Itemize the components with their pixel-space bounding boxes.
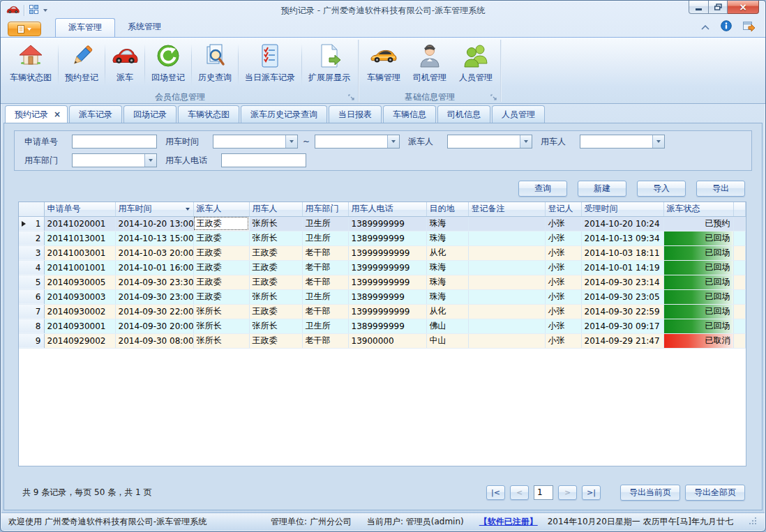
grid-cell[interactable]: 老干部 — [302, 333, 348, 348]
table-row[interactable]: 8201409300012014-09-30 20:00张所长张所长卫生所138… — [19, 319, 746, 333]
quick-access-toolbar-icon[interactable] — [29, 4, 39, 17]
grid-cell[interactable] — [468, 304, 545, 319]
grid-cell[interactable]: 小张 — [545, 216, 581, 231]
export-button[interactable]: 导出 — [696, 181, 745, 197]
grid-cell[interactable]: 张所长 — [249, 319, 302, 333]
export-current-page-button[interactable]: 导出当前页 — [620, 485, 680, 501]
dialog-launcher-icon[interactable] — [348, 93, 354, 102]
grid-cell[interactable]: 王政委 — [193, 245, 249, 260]
table-row[interactable]: 3201410030012014-10-03 20:00王政委王政委老干部139… — [19, 245, 746, 260]
doc-tab-daily-report[interactable]: 当日报表 — [329, 105, 382, 123]
grid-cell[interactable]: 1389999999 — [348, 216, 426, 231]
grid-cell[interactable]: 珠海 — [426, 260, 468, 275]
grid-cell[interactable]: 2014-10-13 09:34 — [581, 231, 663, 245]
grid-cell[interactable]: 20140930002 — [44, 304, 115, 319]
first-page-button[interactable]: |< — [486, 485, 505, 500]
last-page-button[interactable]: >| — [582, 485, 601, 500]
grid-cell[interactable]: 王政委 — [193, 216, 249, 231]
doc-tab-driver-info[interactable]: 司机信息 — [437, 105, 490, 123]
import-button[interactable]: 导入 — [637, 181, 686, 197]
driver-mgmt-button[interactable]: 司机管理 — [407, 40, 453, 90]
grid-cell[interactable]: 2014-09-30 23:00 — [115, 289, 193, 304]
grid-cell[interactable]: 2014-10-20 13:00 — [115, 216, 193, 231]
resize-grip-icon[interactable] — [749, 517, 758, 528]
extend-screen-button[interactable]: 扩展屏显示 — [302, 40, 356, 90]
department-combo[interactable] — [72, 153, 157, 167]
grid-cell[interactable]: 20141001001 — [44, 260, 115, 275]
grid-cell[interactable]: 珠海 — [426, 289, 468, 304]
grid-cell[interactable] — [468, 231, 545, 245]
combo-dropdown-icon[interactable] — [144, 154, 156, 167]
grid-cell[interactable]: 20140930003 — [44, 289, 115, 304]
grid-cell[interactable]: 佛山 — [426, 319, 468, 333]
grid-cell[interactable]: 2014-09-29 21:47 — [581, 333, 663, 348]
restore-button[interactable] — [709, 1, 728, 14]
user-combo[interactable] — [580, 135, 665, 149]
grid-cell[interactable]: 张所长 — [193, 333, 249, 348]
grid-cell[interactable] — [468, 245, 545, 260]
grid-cell[interactable]: 1389999999 — [348, 231, 426, 245]
grid-cell[interactable]: 20141020001 — [44, 216, 115, 231]
grid-cell[interactable]: 老干部 — [302, 260, 348, 275]
about-window-icon[interactable] — [743, 20, 756, 33]
table-row[interactable]: 1201410200012014-10-20 13:00王政委张所长卫生所138… — [19, 216, 746, 231]
column-header[interactable]: 登记人 — [545, 202, 581, 216]
table-row[interactable]: 4201410010012014-10-01 16:00王政委王政委老干部139… — [19, 260, 746, 275]
grid-cell[interactable] — [468, 289, 545, 304]
table-row[interactable]: 6201409300032014-09-30 23:00王政委张所长卫生所138… — [19, 289, 746, 304]
grid-cell[interactable] — [468, 216, 545, 231]
license-registered-link[interactable]: 【软件已注册】 — [479, 516, 538, 528]
column-header[interactable]: 申请单号 — [44, 202, 115, 216]
grid-cell[interactable]: 老干部 — [302, 275, 348, 289]
grid-cell[interactable]: 张所长 — [249, 231, 302, 245]
close-tab-icon[interactable]: × — [54, 109, 61, 119]
dispatcher-combo[interactable] — [447, 135, 532, 149]
grid-cell[interactable]: 2014-09-30 23:14 — [581, 275, 663, 289]
grid-cell[interactable]: 13999999999 — [348, 275, 426, 289]
grid-cell[interactable]: 小张 — [545, 289, 581, 304]
combo-dropdown-icon[interactable] — [652, 135, 664, 148]
doc-tab-personnel-mgmt[interactable]: 人员管理 — [492, 105, 545, 123]
prev-page-button[interactable]: < — [510, 485, 529, 500]
grid-cell[interactable]: 2014-09-30 23:05 — [581, 289, 663, 304]
doc-tab-vehicle-info[interactable]: 车辆信息 — [383, 105, 436, 123]
request-no-input[interactable] — [72, 135, 157, 149]
history-query-button[interactable]: 历史查询 — [192, 40, 238, 90]
grid-cell[interactable]: 小张 — [545, 319, 581, 333]
grid-cell[interactable]: 20140930005 — [44, 275, 115, 289]
column-header[interactable]: 用车时间 — [115, 202, 193, 216]
table-row[interactable]: 2201410130012014-10-13 15:00王政委张所长卫生所138… — [19, 231, 746, 245]
grid-cell[interactable]: 小张 — [545, 333, 581, 348]
export-all-pages-button[interactable]: 导出全部页 — [685, 485, 745, 501]
grid-cell[interactable]: 张所长 — [249, 289, 302, 304]
table-row[interactable]: 7201409300022014-09-30 22:00张所长王政委老干部139… — [19, 304, 746, 319]
grid-cell[interactable]: 王政委 — [193, 231, 249, 245]
grid-cell[interactable]: 2014-10-20 10:24 — [581, 216, 663, 231]
doc-tab-vehicle-status-map[interactable]: 车辆状态图 — [178, 105, 239, 123]
grid-cell[interactable]: 王政委 — [193, 275, 249, 289]
info-icon[interactable] — [721, 20, 732, 33]
grid-cell[interactable]: 从化 — [426, 245, 468, 260]
grid-cell[interactable]: 20141013001 — [44, 231, 115, 245]
grid-cell[interactable]: 小张 — [545, 245, 581, 260]
create-button[interactable]: 新建 — [578, 181, 626, 197]
table-row[interactable]: 9201409290022014-09-30 08:00张所长王政委老干部139… — [19, 333, 746, 348]
grid-cell[interactable]: 1389999999 — [348, 289, 426, 304]
grid-cell[interactable]: 中山 — [426, 333, 468, 348]
return-register-button[interactable]: 回场登记 — [145, 40, 191, 90]
grid-cell[interactable]: 2014-09-30 08:00 — [115, 333, 193, 348]
column-header[interactable]: 用车人电话 — [348, 202, 426, 216]
grid-cell[interactable]: 13999999999 — [348, 245, 426, 260]
use-time-from-combo[interactable] — [213, 135, 298, 149]
doc-tab-dispatch-records[interactable]: 派车记录 — [69, 105, 122, 123]
grid-cell[interactable]: 2014-10-13 15:00 — [115, 231, 193, 245]
grid-cell[interactable] — [468, 319, 545, 333]
grid-cell[interactable]: 卫生所 — [302, 231, 348, 245]
grid-cell[interactable]: 小张 — [545, 260, 581, 275]
grid-cell[interactable]: 2014-09-30 20:00 — [115, 319, 193, 333]
column-filter-icon[interactable] — [186, 208, 190, 211]
column-header[interactable]: 派车状态 — [663, 202, 733, 216]
grid-cell[interactable]: 从化 — [426, 304, 468, 319]
grid-cell[interactable]: 2014-09-30 22:59 — [581, 304, 663, 319]
page-number-input[interactable] — [534, 485, 553, 500]
